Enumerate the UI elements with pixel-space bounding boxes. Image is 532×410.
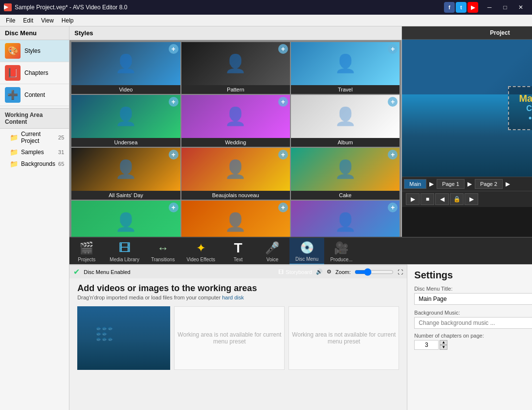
window-title: Sample Project.vep* - AVS Video Editor 8… [15, 4, 444, 11]
working-item-empty-2: Working area is not available for curren… [288, 306, 399, 370]
person-icon-travel: 👤 [334, 53, 356, 74]
style-item-video[interactable]: 👤 + Video [71, 42, 180, 94]
toolbar-btn-voice[interactable]: 🎤 Voice [255, 238, 289, 264]
working-item-media: 🐟🐟🐟🐟🐟🐟🐟🐟 [77, 306, 170, 370]
toolbar-btn-produce[interactable]: 🎥 Produce... [324, 238, 358, 264]
prev-frame-button[interactable]: ◀ [435, 193, 449, 205]
minimize-button[interactable]: ─ [482, 2, 497, 12]
page-arrow-right2: ▶ [466, 180, 474, 188]
toolbar-btn-media[interactable]: 🎞 Media Library [104, 238, 145, 264]
style-item-travel[interactable]: 👤 + Travel [291, 42, 399, 94]
content-area: Styles 👤 + Video 👤 [69, 26, 532, 410]
lock-button[interactable]: 🔒 [450, 193, 464, 205]
toolbar-label-transitions: Transitions [151, 257, 175, 262]
style-add-btn-wedding[interactable]: + [278, 97, 288, 107]
stop-button[interactable]: ■ [421, 193, 434, 205]
chapters-label: Chapters [24, 69, 48, 76]
content-icon: ➕ [5, 87, 21, 103]
style-add-btn-p1[interactable]: + [169, 203, 178, 212]
style-add-btn-p2[interactable]: + [278, 203, 288, 212]
next-frame-button[interactable]: ▶ [465, 193, 478, 205]
style-label-pattern: Pattern [181, 85, 290, 94]
preview-main-page: Main Page [519, 93, 532, 104]
spinbox-down[interactable]: ▼ [440, 345, 447, 350]
background-music-label: Background Music: [414, 310, 532, 316]
person-icon-p3: 👤 [334, 212, 356, 232]
style-item-undersea[interactable]: 👤 + Undersea [71, 95, 180, 147]
disc-menu-title-input[interactable] [414, 293, 532, 305]
style-add-btn-p3[interactable]: + [388, 203, 398, 212]
storyboard-button[interactable]: 🎞 Storyboard [278, 269, 312, 275]
style-item-partial2[interactable]: 👤 + [181, 201, 290, 237]
style-item-partial1[interactable]: 👤 + [71, 201, 180, 237]
preview-area: Main Page Chapters • Play • [402, 40, 532, 177]
style-add-btn-undersea[interactable]: + [169, 97, 178, 107]
toolbar-label-media: Media Library [110, 257, 139, 262]
expand-icon[interactable]: ⛶ [398, 269, 403, 275]
style-add-btn-allsaints[interactable]: + [169, 150, 178, 159]
sidebar-item-samples[interactable]: 📁 Samples 31 [0, 146, 69, 158]
styles-grid[interactable]: 👤 + Video 👤 + Pattern [69, 40, 401, 237]
toolbar-btn-projects[interactable]: 🎬 Projects [69, 238, 104, 264]
youtube-icon[interactable]: ▶ [467, 2, 478, 13]
background-music-input[interactable] [414, 317, 532, 329]
page-btn-main[interactable]: Main [404, 179, 426, 189]
menu-edit[interactable]: Edit [19, 16, 37, 25]
style-item-wedding[interactable]: 👤 + Wedding [181, 95, 290, 147]
lower-left: ✔ Disc Menu Enabled 🎞 Storyboard 🔊 ⚙ Zoo… [69, 265, 407, 410]
style-item-pattern[interactable]: 👤 + Pattern [181, 42, 290, 94]
toolbar-btn-text[interactable]: T Text [221, 238, 255, 264]
style-add-btn-pattern[interactable]: + [278, 44, 288, 54]
sidebar-btn-content[interactable]: ➕ Content [0, 84, 69, 106]
style-item-cake[interactable]: 👤 + Cake [291, 148, 399, 200]
sidebar-btn-styles[interactable]: 🎨 Styles [0, 40, 69, 62]
transitions-icon: ↔ [155, 240, 171, 256]
background-music-row: Browse... [414, 317, 532, 329]
maximize-button[interactable]: □ [498, 2, 512, 12]
style-thumb-beaujolais: 👤 + [181, 148, 290, 191]
menu-file[interactable]: File [2, 16, 19, 25]
sidebar-item-backgrounds[interactable]: 📁 Backgrounds 65 [0, 158, 69, 170]
fish-silhouette: 🐟🐟🐟🐟🐟🐟🐟🐟 [96, 325, 113, 342]
page-btn-2[interactable]: Page 2 [475, 179, 503, 189]
working-empty-label-1: Working area is not available for curren… [175, 331, 284, 345]
style-label-wedding: Wedding [181, 138, 290, 147]
settings-icon[interactable]: ⚙ [327, 269, 332, 275]
style-add-btn-beaujolais[interactable]: + [278, 150, 288, 159]
person-icon-wedding: 👤 [224, 106, 246, 127]
style-item-allsaints[interactable]: 👤 + All Saints' Day [71, 148, 180, 200]
menu-help[interactable]: Help [58, 16, 78, 25]
toolbar-btn-transitions[interactable]: ↔ Transitions [145, 238, 181, 264]
style-add-btn-album[interactable]: + [388, 97, 398, 107]
upper-content: Styles 👤 + Video 👤 [69, 26, 532, 237]
style-item-album[interactable]: 👤 + Album [291, 95, 399, 147]
page-btn-1[interactable]: Page 1 [437, 179, 465, 189]
close-button[interactable]: ✕ [513, 2, 528, 12]
menu-view[interactable]: View [37, 16, 58, 25]
lower-content: ✔ Disc Menu Enabled 🎞 Storyboard 🔊 ⚙ Zoo… [69, 264, 532, 410]
preview-background: Main Page Chapters • Play • [402, 40, 532, 177]
chapters-input[interactable] [414, 340, 439, 350]
style-add-btn-cake[interactable]: + [388, 150, 398, 159]
style-add-btn-travel[interactable]: + [388, 44, 398, 54]
text-icon: T [230, 240, 246, 256]
sidebar-btn-chapters[interactable]: 📕 Chapters [0, 62, 69, 84]
person-icon-cake: 👤 [334, 159, 356, 180]
toolbar-btn-effects[interactable]: ✦ Video Effects [180, 238, 221, 264]
style-item-partial3[interactable]: 👤 + [291, 201, 399, 237]
play-button[interactable]: ▶ [406, 193, 420, 205]
twitter-icon[interactable]: t [456, 2, 466, 13]
zoom-slider[interactable] [355, 268, 394, 276]
playback-controls: Main ▶ Page 1 ▶ Page 2 ▶ [402, 177, 532, 191]
spinbox-up[interactable]: ▲ [440, 340, 447, 345]
sidebar-item-current-project[interactable]: 📁 Current Project 25 [0, 129, 69, 146]
main-layout: Disc Menu 🎨 Styles 📕 Chapters ➕ Content … [0, 26, 532, 410]
facebook-icon[interactable]: f [444, 2, 455, 13]
style-add-btn[interactable]: + [169, 44, 178, 54]
styles-label: Styles [24, 47, 41, 54]
hard-disk-link[interactable]: hard disk [222, 295, 244, 300]
toolbar-btn-discmenu[interactable]: 💿 Disc Menu [289, 238, 324, 265]
style-item-beaujolais[interactable]: 👤 + Beaujolais nouveau [181, 148, 290, 200]
person-icon-p1: 👤 [115, 212, 137, 232]
discmenu-icon: 💿 [299, 240, 315, 255]
